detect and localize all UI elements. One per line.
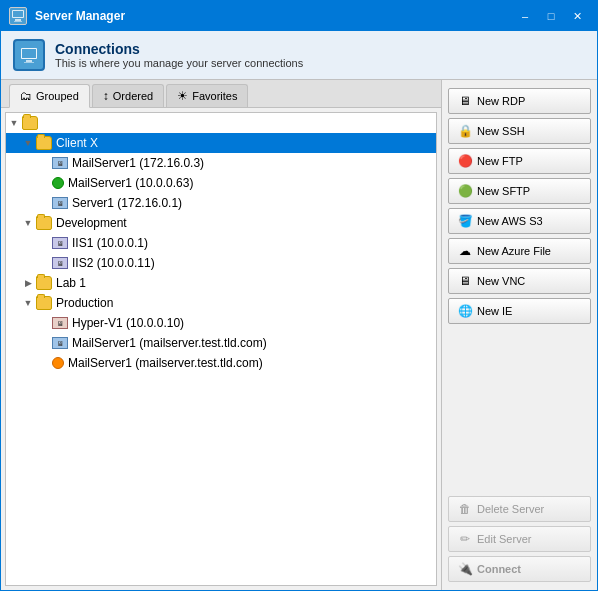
- mail1-clientx-label: MailServer1 (172.16.0.3): [72, 156, 204, 170]
- prod-expand-icon: ▼: [22, 297, 34, 309]
- edit-server-icon: ✏: [457, 531, 473, 547]
- new-ie-icon: 🌐: [457, 303, 473, 319]
- server-server1-clientx[interactable]: ▶ 🖥 Server1 (172.16.0.1): [6, 193, 436, 213]
- client-x-folder-icon: [36, 136, 52, 150]
- tabs-bar: 🗂 Grouped ↕ Ordered ☀ Favorites: [1, 80, 441, 108]
- new-sftp-button[interactable]: 🟢 New SFTP: [448, 178, 591, 204]
- new-aws-icon: 🪣: [457, 213, 473, 229]
- new-ftp-label: New FTP: [477, 155, 523, 167]
- mail1-prod-label: MailServer1 (mailserver.test.tld.com): [72, 336, 267, 350]
- new-aws-button[interactable]: 🪣 New AWS S3: [448, 208, 591, 234]
- close-button[interactable]: ✕: [565, 6, 589, 26]
- hyperv-label: Hyper-V1 (10.0.0.10): [72, 316, 184, 330]
- new-ssh-icon: 🔒: [457, 123, 473, 139]
- new-ssh-button[interactable]: 🔒 New SSH: [448, 118, 591, 144]
- tab-ordered-label: Ordered: [113, 90, 153, 102]
- header-subtitle: This is where you manage your server con…: [55, 57, 303, 69]
- server-mail2-prod[interactable]: ▶ MailServer1 (mailserver.test.tld.com): [6, 353, 436, 373]
- lab1-label: Lab 1: [56, 276, 86, 290]
- development-label: Development: [56, 216, 127, 230]
- tree-area[interactable]: ▼ ▼ Client X ▶ 🖥 MailServer1 (172.16.0.3…: [5, 112, 437, 586]
- title-bar-controls: – □ ✕: [513, 6, 589, 26]
- app-icon: [9, 7, 27, 25]
- left-panel: 🗂 Grouped ↕ Ordered ☀ Favorites ▼: [1, 80, 442, 590]
- new-ie-label: New IE: [477, 305, 512, 317]
- server-iis1[interactable]: ▶ 🖥 IIS1 (10.0.0.1): [6, 233, 436, 253]
- client-x-label: Client X: [56, 136, 98, 150]
- title-bar-left: Server Manager: [9, 7, 125, 25]
- new-rdp-button[interactable]: 🖥 New RDP: [448, 88, 591, 114]
- header-icon: [13, 39, 45, 71]
- tab-ordered[interactable]: ↕ Ordered: [92, 84, 164, 107]
- svg-rect-6: [26, 60, 32, 62]
- mail2-prod-label: MailServer1 (mailserver.test.tld.com): [68, 356, 263, 370]
- new-azure-label: New Azure File: [477, 245, 551, 257]
- new-rdp-label: New RDP: [477, 95, 525, 107]
- right-panel: 🖥 New RDP 🔒 New SSH 🔴 New FTP 🟢 New SFTP…: [442, 80, 597, 590]
- iis1-label: IIS1 (10.0.0.1): [72, 236, 148, 250]
- new-ftp-button[interactable]: 🔴 New FTP: [448, 148, 591, 174]
- tab-favorites-label: Favorites: [192, 90, 237, 102]
- content-area: 🗂 Grouped ↕ Ordered ☀ Favorites ▼: [1, 80, 597, 590]
- folder-production[interactable]: ▼ Production: [6, 293, 436, 313]
- iis2-label: IIS2 (10.0.0.11): [72, 256, 155, 270]
- new-aws-label: New AWS S3: [477, 215, 543, 227]
- ordered-tab-icon: ↕: [103, 89, 109, 103]
- bottom-buttons: 🗑 Delete Server ✏ Edit Server 🔌 Connect: [448, 496, 591, 582]
- iis2-icon: 🖥: [52, 257, 68, 269]
- new-ie-button[interactable]: 🌐 New IE: [448, 298, 591, 324]
- header-bar: Connections This is where you manage you…: [1, 31, 597, 80]
- folder-client-x[interactable]: ▼ Client X: [6, 133, 436, 153]
- root-expand-icon: ▼: [8, 117, 20, 129]
- dev-folder-icon: [36, 216, 52, 230]
- server-manager-window: Server Manager – □ ✕ Connections This is…: [0, 0, 598, 591]
- tree-root[interactable]: ▼: [6, 113, 436, 133]
- mail2-clientx-label: MailServer1 (10.0.0.63): [68, 176, 193, 190]
- client-x-expand-icon: ▼: [22, 137, 34, 149]
- lab1-expand-icon: ▶: [22, 277, 34, 289]
- new-ftp-icon: 🔴: [457, 153, 473, 169]
- delete-server-label: Delete Server: [477, 503, 544, 515]
- minimize-button[interactable]: –: [513, 6, 537, 26]
- folder-lab1[interactable]: ▶ Lab 1: [6, 273, 436, 293]
- new-azure-button[interactable]: ☁ New Azure File: [448, 238, 591, 264]
- new-azure-icon: ☁: [457, 243, 473, 259]
- server1-clientx-icon: 🖥: [52, 197, 68, 209]
- favorites-tab-icon: ☀: [177, 89, 188, 103]
- svg-rect-1: [13, 11, 23, 17]
- server-iis2[interactable]: ▶ 🖥 IIS2 (10.0.0.11): [6, 253, 436, 273]
- tab-grouped[interactable]: 🗂 Grouped: [9, 84, 90, 108]
- server-mail1-clientx[interactable]: ▶ 🖥 MailServer1 (172.16.0.3): [6, 153, 436, 173]
- folder-development[interactable]: ▼ Development: [6, 213, 436, 233]
- new-sftp-label: New SFTP: [477, 185, 530, 197]
- svg-rect-2: [15, 19, 21, 21]
- tab-grouped-label: Grouped: [36, 90, 79, 102]
- server-mail1-prod[interactable]: ▶ 🖥 MailServer1 (mailserver.test.tld.com…: [6, 333, 436, 353]
- new-vnc-label: New VNC: [477, 275, 525, 287]
- maximize-button[interactable]: □: [539, 6, 563, 26]
- lab1-folder-icon: [36, 276, 52, 290]
- new-vnc-button[interactable]: 🖥 New VNC: [448, 268, 591, 294]
- connect-button[interactable]: 🔌 Connect: [448, 556, 591, 582]
- tab-favorites[interactable]: ☀ Favorites: [166, 84, 248, 107]
- root-folder-icon: [22, 116, 38, 130]
- header-title: Connections: [55, 41, 303, 57]
- edit-server-label: Edit Server: [477, 533, 531, 545]
- production-label: Production: [56, 296, 113, 310]
- grouped-tab-icon: 🗂: [20, 89, 32, 103]
- mail2-prod-icon: [52, 357, 64, 369]
- dev-expand-icon: ▼: [22, 217, 34, 229]
- server-mail2-clientx[interactable]: ▶ MailServer1 (10.0.0.63): [6, 173, 436, 193]
- server-hyperv-prod[interactable]: ▶ 🖥 Hyper-V1 (10.0.0.10): [6, 313, 436, 333]
- delete-server-icon: 🗑: [457, 501, 473, 517]
- svg-rect-3: [14, 21, 22, 22]
- svg-rect-7: [24, 62, 34, 63]
- delete-server-button[interactable]: 🗑 Delete Server: [448, 496, 591, 522]
- new-vnc-icon: 🖥: [457, 273, 473, 289]
- mail2-clientx-status-icon: [52, 177, 64, 189]
- connect-icon: 🔌: [457, 561, 473, 577]
- hyperv-icon: 🖥: [52, 317, 68, 329]
- server1-clientx-label: Server1 (172.16.0.1): [72, 196, 182, 210]
- title-bar: Server Manager – □ ✕: [1, 1, 597, 31]
- edit-server-button[interactable]: ✏ Edit Server: [448, 526, 591, 552]
